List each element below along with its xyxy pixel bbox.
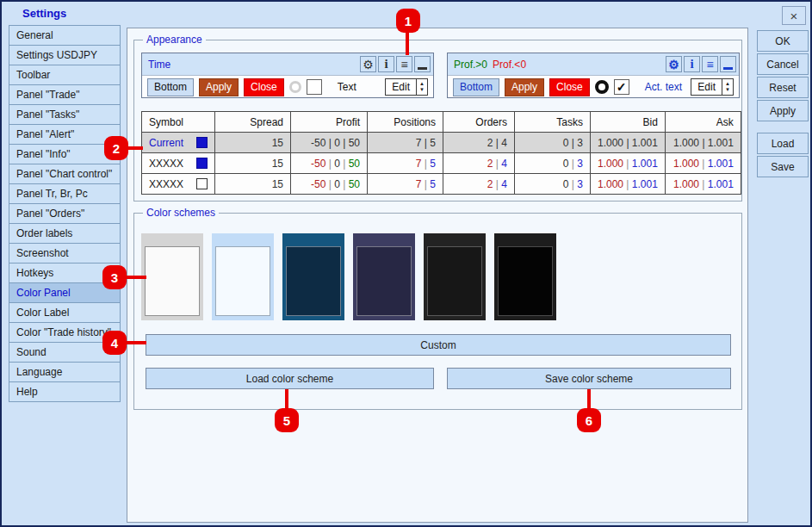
sidebar-item-panel-trade[interactable]: Panel "Trade" (9, 84, 121, 105)
symbol-checkbox[interactable] (196, 158, 208, 169)
symbol-checkbox[interactable] (196, 178, 208, 189)
profit-checkbox[interactable]: ✓ (614, 79, 629, 95)
sidebar-item-order-labels[interactable]: Order labels (9, 223, 121, 244)
load-button[interactable]: Load (757, 133, 809, 154)
callout-badge-4: 4 (102, 331, 127, 355)
sidebar-item-panel-orders[interactable]: Panel "Orders" (9, 203, 121, 224)
minimize-icon[interactable] (720, 56, 736, 72)
menu-icon[interactable]: ≡ (396, 56, 412, 72)
swatch-inner (427, 246, 482, 316)
table-row: XXXXX15-50 | 0 | 507 | 52 | 40 | 31.000 … (142, 153, 741, 174)
appearance-legend: Appearance (143, 34, 206, 46)
reset-button[interactable]: Reset (757, 77, 809, 98)
spinner-down-icon[interactable]: ▼ (725, 87, 730, 93)
table-cell: 1.000 | 1.001 (591, 133, 666, 153)
table-cell: 1.000 | 1.001 (665, 133, 741, 153)
spinner-down-icon[interactable]: ▼ (419, 87, 425, 93)
time-close-button[interactable]: Close (244, 78, 284, 96)
profit-text-label: Act. text (645, 81, 682, 93)
callout-badge-2: 2 (104, 136, 128, 160)
profit-panel-controls: Bottom Apply Close ✓ Act. text Edit ▲▼ (448, 76, 739, 98)
time-panel-preview: Time ⚙i≡ Bottom Apply Close Text Edit ▲▼ (141, 53, 434, 98)
badge-3-connector (124, 276, 146, 279)
table-cell: 7 | 5 (368, 133, 443, 153)
time-edit-spinner[interactable]: ▲▼ (416, 79, 427, 95)
scheme-light-gray-swatch[interactable] (141, 233, 203, 320)
time-edit-control[interactable]: Edit ▲▼ (385, 78, 428, 96)
appearance-group: Appearance Time ⚙i≡ Bottom Apply Close T… (133, 40, 742, 202)
gear-icon[interactable]: ⚙ (360, 56, 376, 72)
info-icon[interactable]: i (378, 56, 394, 72)
custom-scheme-button[interactable]: Custom (146, 334, 731, 356)
close-button[interactable]: × (782, 6, 806, 25)
profit-negative-label: Prof.<0 (493, 59, 526, 71)
swatch-row (141, 233, 556, 320)
scheme-dark-blue-swatch[interactable] (282, 233, 344, 320)
callout-badge-5: 5 (275, 408, 299, 432)
table-cell: -50 | 0 | 50 (291, 153, 368, 174)
scheme-light-blue-swatch[interactable] (212, 233, 274, 320)
table-cell: -50 | 0 | 50 (291, 174, 368, 195)
profit-positive-label: Prof.>0 (454, 59, 487, 71)
profit-radio[interactable] (595, 80, 609, 94)
profit-edit-control[interactable]: Edit ▲▼ (691, 78, 734, 96)
column-header-bid: Bid (591, 112, 666, 133)
profit-close-button[interactable]: Close (549, 78, 590, 96)
column-header-spread: Spread (215, 112, 291, 133)
profit-bottom-button[interactable]: Bottom (453, 78, 499, 96)
symbol-label: XXXXX (149, 178, 183, 190)
time-edit-label: Edit (386, 79, 416, 95)
symbol-checkbox[interactable] (196, 137, 208, 148)
apply-button[interactable]: Apply (757, 100, 809, 121)
table-cell: -50 | 0 | 50 (291, 133, 368, 153)
time-apply-button[interactable]: Apply (199, 78, 239, 96)
profit-apply-button[interactable]: Apply (505, 78, 544, 96)
load-color-scheme-button[interactable]: Load color scheme (146, 368, 434, 389)
window-title: Settings (22, 7, 66, 20)
badge-2-connector (126, 146, 143, 150)
sidebar-item-panel-chart-control[interactable]: Panel "Chart control" (9, 164, 121, 184)
sidebar-item-panel-tasks[interactable]: Panel "Tasks" (9, 104, 121, 125)
sidebar-item-general[interactable]: General (9, 25, 121, 46)
sidebar-item-language[interactable]: Language (9, 362, 121, 382)
table-row: Current15-50 | 0 | 507 | 52 | 40 | 31.00… (142, 133, 741, 153)
table-cell: 2 | 4 (443, 133, 515, 153)
sidebar-item-settings-usdjpy[interactable]: Settings USDJPY (9, 45, 121, 65)
symbol-label: Current (149, 137, 183, 149)
scheme-dark-purple-swatch[interactable] (353, 233, 415, 320)
spinner-up-icon[interactable]: ▲ (725, 81, 730, 87)
table-cell: 2 | 4 (443, 174, 515, 195)
sidebar-item-help[interactable]: Help (9, 381, 121, 402)
ok-button[interactable]: OK (757, 30, 809, 52)
cancel-button[interactable]: Cancel (757, 53, 809, 75)
swatch-inner (286, 246, 341, 316)
scheme-dark-gray-swatch[interactable] (424, 233, 486, 320)
sidebar-item-toolbar[interactable]: Toolbar (9, 65, 121, 85)
badge-4-connector (124, 341, 146, 344)
swatch-inner (215, 246, 270, 316)
time-bottom-button[interactable]: Bottom (147, 78, 194, 96)
minimize-icon[interactable] (414, 56, 431, 72)
table-cell: 1.000 | 1.001 (591, 153, 666, 174)
swatch-inner (498, 246, 553, 316)
scheme-black-swatch[interactable] (494, 233, 556, 320)
table-cell: 1.000 | 1.001 (591, 174, 666, 195)
table-cell: 1.000 | 1.001 (665, 174, 741, 195)
save-color-scheme-button[interactable]: Save color scheme (447, 368, 731, 389)
symbol-label: XXXXX (149, 158, 183, 170)
spinner-up-icon[interactable]: ▲ (419, 81, 425, 87)
profit-edit-spinner[interactable]: ▲▼ (722, 79, 733, 95)
column-header-tasks: Tasks (515, 112, 591, 133)
sidebar-item-screenshot[interactable]: Screenshot (9, 243, 121, 264)
sidebar-item-color-label[interactable]: Color Label (9, 302, 121, 323)
sidebar-item-panel-tr-br-pc[interactable]: Panel Tr, Br, Pc (9, 183, 121, 204)
table-row: XXXXX15-50 | 0 | 507 | 52 | 40 | 31.000 … (142, 174, 741, 195)
menu-icon[interactable]: ≡ (702, 56, 718, 72)
time-radio[interactable] (289, 81, 301, 93)
info-icon[interactable]: i (684, 56, 700, 72)
gear-icon[interactable]: ⚙ (666, 56, 682, 72)
callout-badge-3: 3 (102, 265, 127, 289)
save-button[interactable]: Save (757, 156, 809, 177)
time-checkbox[interactable] (307, 79, 322, 95)
table-cell: 1.000 | 1.001 (665, 153, 741, 174)
